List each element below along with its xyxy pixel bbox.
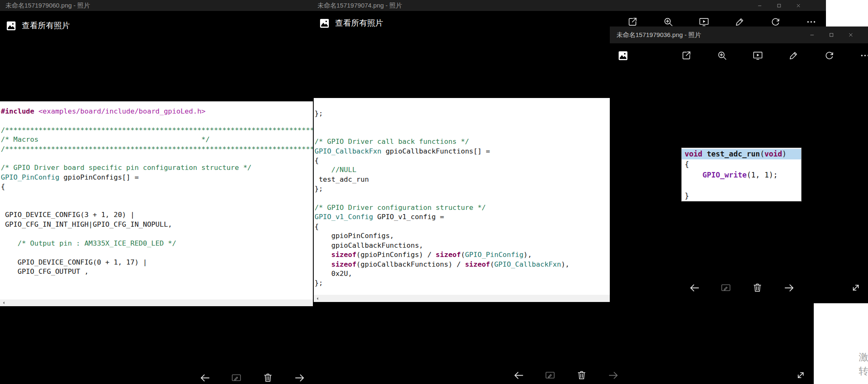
scroll-left-icon[interactable] xyxy=(1,300,7,306)
delete-button[interactable] xyxy=(572,365,592,384)
titlebar[interactable]: 未命名1571979074.png - 照片 xyxy=(313,0,826,11)
edit-button[interactable] xyxy=(783,45,804,66)
delete-icon xyxy=(262,372,273,383)
annotate-icon xyxy=(720,282,731,293)
maximize-icon xyxy=(776,3,782,8)
view-all-photos-button[interactable]: 查看所有照片 xyxy=(6,19,70,32)
photo-nav-toolbar xyxy=(508,365,623,384)
edit-icon xyxy=(734,16,745,27)
back-icon xyxy=(689,282,700,294)
photo-toolbar xyxy=(676,45,868,66)
close-button[interactable] xyxy=(841,26,860,43)
back-button[interactable] xyxy=(508,365,529,384)
annotate-button[interactable] xyxy=(716,278,736,298)
activate-watermark-line1: 激 xyxy=(859,350,868,364)
view-all-photos-button[interactable]: 查看所有照片 xyxy=(319,17,383,29)
see-more-button[interactable] xyxy=(855,45,868,66)
slideshow-icon xyxy=(699,16,709,27)
horizontal-scrollbar[interactable] xyxy=(314,295,610,302)
photo-image[interactable]: void test_adc_run(void){ GPIO_write(1, 1… xyxy=(681,148,802,201)
fullscreen-button[interactable] xyxy=(846,278,866,298)
photos-icon xyxy=(319,18,330,29)
horizontal-scrollbar[interactable] xyxy=(0,299,313,306)
forward-button[interactable] xyxy=(603,365,623,384)
annotate-icon xyxy=(231,372,242,383)
activate-watermark: 激 转 xyxy=(859,350,868,378)
back-button[interactable] xyxy=(684,278,704,298)
see-more-icon xyxy=(860,50,868,61)
rotate-icon xyxy=(824,50,835,61)
view-all-photos-label: 查看所有照片 xyxy=(22,20,70,31)
photos-icon xyxy=(6,21,16,31)
share-icon xyxy=(681,50,692,61)
window-photos-right: 未命名1571979036.png - 照片 void test_adc_run… xyxy=(610,26,868,303)
back-icon xyxy=(513,370,524,381)
photo-code-content: #include <examples/board/include/board_g… xyxy=(0,101,313,276)
back-button[interactable] xyxy=(195,368,215,384)
photo-image[interactable]: #include <examples/board/include/board_g… xyxy=(0,101,313,299)
maximize-button[interactable] xyxy=(769,0,789,11)
rotate-button[interactable] xyxy=(819,45,839,66)
photos-icon xyxy=(618,50,628,61)
titlebar[interactable]: 未命名1571979060.png - 照片 xyxy=(0,0,313,11)
window-title: 未命名1571979074.png - 照片 xyxy=(313,0,826,11)
activate-watermark-line2: 转 xyxy=(859,364,868,378)
forward-button[interactable] xyxy=(289,368,310,384)
delete-icon xyxy=(752,282,763,293)
close-button[interactable] xyxy=(789,0,808,11)
edit-icon xyxy=(788,50,799,61)
annotate-icon xyxy=(545,370,556,381)
fullscreen-icon xyxy=(850,282,861,293)
window-controls xyxy=(750,0,808,11)
view-all-photos-label: 查看所有照片 xyxy=(335,18,383,29)
annotate-button[interactable] xyxy=(540,365,560,384)
back-icon xyxy=(199,372,211,384)
photo-code-content: void test_adc_run(void){ GPIO_write(1, 1… xyxy=(682,148,801,201)
forward-icon xyxy=(294,372,305,384)
rotate-icon xyxy=(770,16,781,27)
close-icon xyxy=(848,32,854,38)
zoom-in-icon xyxy=(717,50,728,61)
desktop-background-bottom-right: 激 转 xyxy=(814,303,868,384)
forward-icon xyxy=(608,370,619,381)
slideshow-button[interactable] xyxy=(748,45,768,66)
see-more-icon xyxy=(806,16,817,27)
fullscreen-icon xyxy=(795,370,806,381)
minimize-icon xyxy=(757,3,762,8)
delete-button[interactable] xyxy=(747,278,767,298)
forward-icon xyxy=(783,282,795,294)
window-controls xyxy=(802,26,860,43)
minimize-icon xyxy=(809,32,815,38)
window-photos-left: 未命名1571979060.png - 照片 查看所有照片 #include <… xyxy=(0,0,313,384)
photo-nav-toolbar xyxy=(195,368,310,384)
photo-nav-toolbar xyxy=(684,278,799,298)
close-icon xyxy=(796,3,801,8)
photo-code-content: }; /* GPIO Driver call back functions */… xyxy=(314,98,610,288)
slideshow-icon xyxy=(752,50,763,61)
maximize-icon xyxy=(828,32,834,38)
window-title: 未命名1571979060.png - 照片 xyxy=(0,0,313,11)
delete-icon xyxy=(576,370,587,381)
delete-button[interactable] xyxy=(258,368,278,384)
desktop-background-top-right xyxy=(826,0,868,26)
minimize-button[interactable] xyxy=(750,0,769,11)
zoom-in-icon xyxy=(663,16,674,27)
share-button[interactable] xyxy=(676,45,696,66)
share-icon xyxy=(627,16,638,27)
scroll-left-icon[interactable] xyxy=(315,296,320,302)
photo-image[interactable]: }; /* GPIO Driver call back functions */… xyxy=(314,98,610,295)
view-all-photos-button[interactable] xyxy=(613,45,633,66)
titlebar[interactable]: 未命名1571979036.png - 照片 xyxy=(610,26,868,43)
fullscreen-button[interactable] xyxy=(791,365,811,384)
zoom-in-button[interactable] xyxy=(712,45,732,66)
annotate-button[interactable] xyxy=(226,368,246,384)
forward-button[interactable] xyxy=(779,278,799,298)
maximize-button[interactable] xyxy=(822,26,841,43)
minimize-button[interactable] xyxy=(802,26,822,43)
